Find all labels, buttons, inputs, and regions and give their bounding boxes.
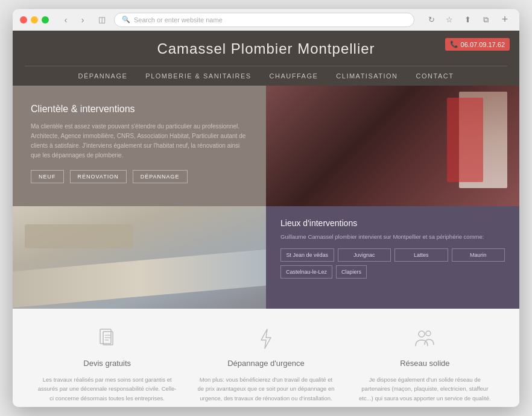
nav-buttons: ‹ › — [59, 13, 90, 27]
feature-devis-desc: Les travaux réalisés par mes soins sont … — [37, 375, 177, 403]
interventions-description: Guillaume Camassel plombier intervient s… — [280, 233, 505, 241]
feature-depannage-desc: Mon plus: vous bénéficierez d'un travail… — [195, 375, 336, 403]
location-clapiers[interactable]: Clapiers — [336, 265, 367, 279]
location-maurin[interactable]: Maurin — [452, 248, 505, 262]
phone-badge[interactable]: 📞 06.07.09.17.62 — [445, 38, 510, 51]
tab-overview-button[interactable]: ⧉ — [478, 13, 493, 27]
nav-climatisation[interactable]: CLIMATISATION — [336, 72, 397, 80]
back-button[interactable]: ‹ — [59, 13, 73, 27]
main-nav: DÉPANNAGE PLOMBERIE & SANITAIRES CHAUFFA… — [25, 66, 507, 86]
address-text: Search or enter website name — [134, 16, 223, 24]
location-grid-row2: Castelnau-le-Lez Clapiers — [280, 265, 505, 279]
feature-devis-title: Devis gratuits — [37, 358, 177, 369]
lower-section: Lieux d'interventions Guillaume Camassel… — [13, 206, 519, 309]
nav-chauffage[interactable]: CHAUFFAGE — [270, 72, 318, 80]
hero-right — [266, 86, 519, 206]
location-juvignac[interactable]: Juvignac — [338, 248, 391, 262]
hero-buttons: NEUF RÉNOVATION DÉPANNAGE — [31, 170, 248, 183]
phone-icon: 📞 — [450, 40, 458, 48]
close-button[interactable] — [20, 16, 27, 24]
lightning-icon — [195, 327, 336, 351]
document-icon — [37, 327, 177, 351]
hero-description: Ma clientèle est assez vaste pouvant s'é… — [31, 122, 248, 160]
feature-depannage: Dépannage d'urgence Mon plus: vous bénéf… — [195, 327, 336, 403]
refresh-button[interactable]: ↻ — [424, 13, 439, 27]
traffic-lights — [20, 16, 49, 24]
nav-plomberie[interactable]: PLOMBERIE & SANITAIRES — [145, 72, 251, 80]
svg-point-7 — [426, 331, 431, 336]
browser-controls: ↻ ☆ ⬆ ⧉ — [424, 13, 493, 27]
search-icon: 🔍 — [122, 16, 130, 24]
browser-titlebar: ‹ › ◫ 🔍 Search or enter website name ↻ ☆… — [13, 9, 519, 31]
page-content: 📞 06.07.09.17.62 Camassel Plombier Montp… — [13, 31, 519, 407]
bathroom-image — [266, 86, 519, 206]
site-header: 📞 06.07.09.17.62 Camassel Plombier Montp… — [13, 31, 519, 86]
hero-left: Clientèle & interventions Ma clientèle e… — [13, 86, 266, 206]
feature-reseau: Réseau solide Je dispose également d'un … — [355, 327, 495, 403]
nav-depannage[interactable]: DÉPANNAGE — [78, 72, 128, 80]
address-bar[interactable]: 🔍 Search or enter website name — [114, 13, 414, 27]
browser-window: ‹ › ◫ 🔍 Search or enter website name ↻ ☆… — [13, 9, 519, 407]
location-st-jean[interactable]: St Jean de védas — [280, 248, 334, 262]
interventions-title: Lieux d'interventions — [280, 218, 505, 228]
forward-button[interactable]: › — [75, 13, 90, 27]
maximize-button[interactable] — [42, 16, 49, 24]
feature-reseau-title: Réseau solide — [355, 358, 495, 369]
site-title: Camassel Plombier Montpellier — [25, 40, 507, 57]
svg-point-6 — [419, 331, 425, 337]
interventions-section: Lieux d'interventions Guillaume Camassel… — [266, 206, 519, 309]
hero-section: Clientèle & interventions Ma clientèle e… — [13, 86, 519, 206]
network-icon — [355, 327, 495, 351]
features-section: Devis gratuits Les travaux réalisés par … — [13, 309, 519, 407]
feature-reseau-desc: Je dispose également d'un solide réseau … — [355, 375, 495, 403]
svg-marker-5 — [261, 329, 271, 348]
nav-contact[interactable]: CONTACT — [416, 72, 454, 80]
btn-depannage[interactable]: DÉPANNAGE — [133, 170, 188, 183]
bookmark-button[interactable]: ☆ — [442, 13, 457, 27]
ac-image — [13, 206, 266, 309]
location-lattes[interactable]: Lattes — [394, 248, 448, 262]
location-castelnau[interactable]: Castelnau-le-Lez — [280, 265, 332, 279]
location-grid-row1: St Jean de védas Juvignac Lattes Maurin — [280, 248, 505, 262]
minimize-button[interactable] — [31, 16, 38, 24]
btn-renovation[interactable]: RÉNOVATION — [70, 170, 127, 183]
feature-devis: Devis gratuits Les travaux réalisés par … — [37, 327, 177, 403]
share-button[interactable]: ⬆ — [460, 13, 475, 27]
sidebar-button[interactable]: ◫ — [95, 13, 109, 27]
phone-number: 06.07.09.17.62 — [461, 41, 505, 48]
hero-title: Clientèle & interventions — [31, 104, 248, 115]
feature-depannage-title: Dépannage d'urgence — [195, 358, 336, 369]
new-tab-button[interactable]: + — [498, 13, 512, 27]
btn-neuf[interactable]: NEUF — [31, 170, 64, 183]
